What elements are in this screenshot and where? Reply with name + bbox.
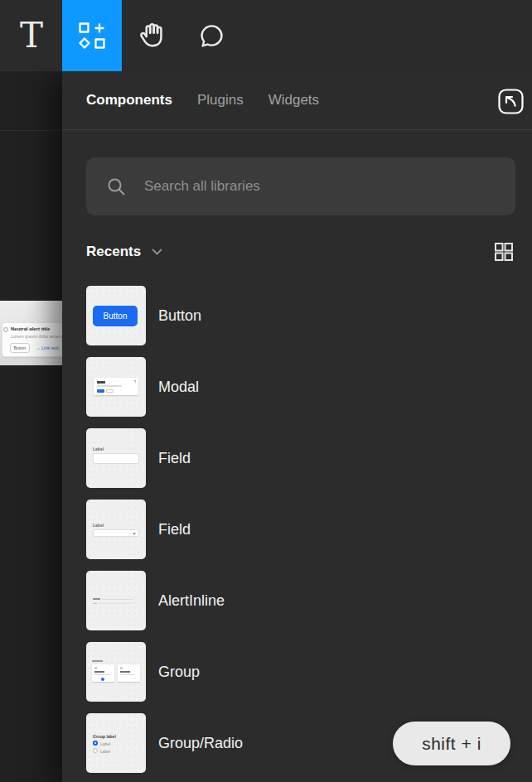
hand-tool-button[interactable] xyxy=(131,0,171,71)
alert-button: Button xyxy=(10,343,30,353)
search-field[interactable] xyxy=(86,157,515,215)
mini-button: Button xyxy=(93,306,138,326)
mini-radio-label: Label xyxy=(100,741,110,746)
shortcut-hint-badge: shift + i xyxy=(393,722,510,765)
list-item-group[interactable]: Group xyxy=(62,642,532,702)
canvas-frame: Neutral alert title Lorem ipsum dolor am… xyxy=(0,301,62,365)
recents-list: Button Button Modal xyxy=(62,286,532,782)
mini-modal-primary-button xyxy=(97,389,104,393)
list-item-field-select[interactable]: Label Field xyxy=(62,500,532,559)
component-name: AlertInline xyxy=(158,571,225,630)
mini-alert-text-bar xyxy=(102,599,133,600)
place-instance-button[interactable] xyxy=(498,89,524,114)
canvas-alert-component: Neutral alert title Lorem ipsum dolor am… xyxy=(2,322,68,357)
section-header: Recents xyxy=(86,240,514,263)
mini-select-chevron-icon xyxy=(133,533,136,535)
list-item-button[interactable]: Button Button xyxy=(62,286,532,345)
component-thumbnail-button: Button xyxy=(86,286,146,345)
alert-body-text: Lorem ipsum dolor amet conse xyxy=(11,334,68,339)
grid-view-icon xyxy=(494,242,514,262)
section-title: Recents xyxy=(86,244,141,260)
mini-group-label-bar xyxy=(92,660,103,662)
mini-alert-title-bar xyxy=(93,598,100,600)
component-thumbnail-field-select: Label xyxy=(86,500,146,559)
components-panel: Components Plugins Widgets Recents xyxy=(62,71,532,782)
component-name: Group/Radio xyxy=(158,713,243,773)
mini-radio-label: Label xyxy=(100,749,110,754)
component-name: Modal xyxy=(158,357,199,417)
search-input[interactable] xyxy=(144,178,515,195)
component-thumbnail-group-radio: Group label Label Label xyxy=(86,713,146,773)
list-item-modal[interactable]: Modal xyxy=(62,357,532,417)
canvas-area: Neutral alert title Lorem ipsum dolor am… xyxy=(0,71,62,782)
component-name: Group xyxy=(158,642,200,702)
component-name: Button xyxy=(158,286,201,345)
mini-field-label: Label xyxy=(93,447,104,451)
mini-field-label: Label xyxy=(93,523,104,528)
mini-group-label: Group label xyxy=(93,734,116,739)
comment-tool-icon xyxy=(196,20,227,51)
hand-tool-icon xyxy=(135,20,167,51)
panel-tabs: Components Plugins Widgets xyxy=(62,71,532,130)
mini-modal xyxy=(94,378,138,395)
mini-radio-unselected-icon xyxy=(93,748,98,753)
mini-group-card xyxy=(118,664,140,682)
figma-window: Neutral alert title Lorem ipsum dolor am… xyxy=(0,0,532,782)
mini-select-input xyxy=(93,529,139,537)
component-name: Field xyxy=(158,500,191,559)
alert-title: Neutral alert title xyxy=(11,326,50,331)
component-thumbnail-modal xyxy=(86,357,146,417)
text-tool-button[interactable]: T xyxy=(13,0,50,71)
mini-text-input xyxy=(93,453,139,464)
tab-widgets[interactable]: Widgets xyxy=(268,92,319,109)
mini-modal-secondary-button xyxy=(106,389,114,393)
mini-alert-action-bar xyxy=(93,603,97,605)
toolbar: T xyxy=(0,0,532,71)
arrow-up-left-icon xyxy=(498,89,524,114)
info-icon xyxy=(3,327,8,332)
text-tool-icon: T xyxy=(20,18,43,53)
component-name: Field xyxy=(158,428,191,488)
tab-plugins[interactable]: Plugins xyxy=(197,92,244,109)
search-icon xyxy=(106,176,126,196)
component-thumbnail-field: Label xyxy=(86,428,146,488)
component-thumbnail-alertinline xyxy=(86,571,146,630)
mini-alert-underline-bar xyxy=(99,603,133,604)
mini-modal-close xyxy=(133,380,136,383)
alert-link: → Link text xyxy=(36,345,59,350)
chevron-down-icon[interactable] xyxy=(152,249,162,255)
component-thumbnail-group xyxy=(86,642,146,702)
comment-tool-button[interactable] xyxy=(191,0,231,71)
list-item-field-input[interactable]: Label Field xyxy=(62,428,532,488)
mini-radio-selected-icon xyxy=(93,741,98,746)
mini-modal-title-bar xyxy=(97,381,105,384)
tab-components[interactable]: Components xyxy=(86,92,172,109)
list-item-alertinline[interactable]: AlertInline xyxy=(62,571,532,630)
mini-modal-text-bar xyxy=(97,385,122,387)
canvas-frame-edge xyxy=(0,130,62,131)
components-tool-button-active[interactable] xyxy=(62,0,122,71)
grid-view-button[interactable] xyxy=(494,242,514,262)
mini-group-card xyxy=(92,664,114,682)
components-tool-icon xyxy=(78,22,106,50)
